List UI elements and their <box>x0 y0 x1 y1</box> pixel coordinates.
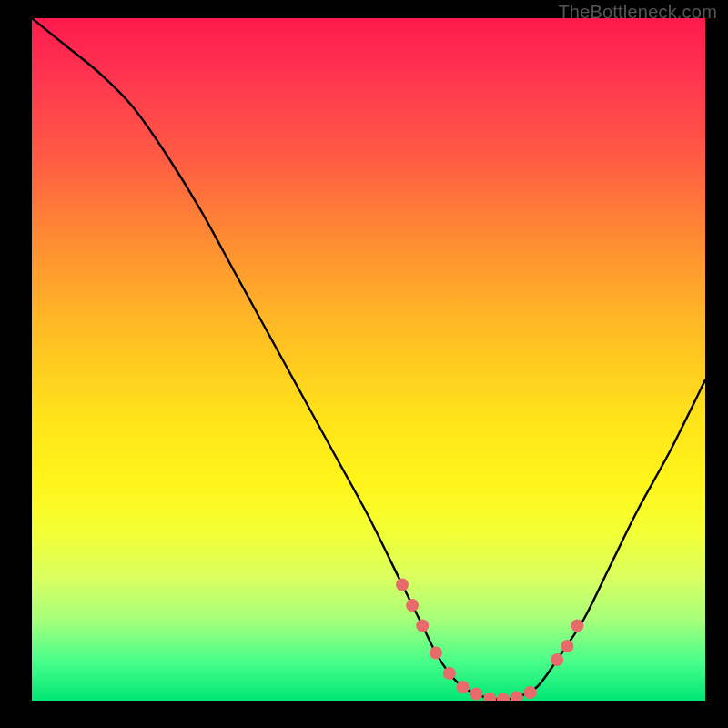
marker-dot <box>430 647 442 660</box>
marker-dot <box>551 653 563 666</box>
marker-dot <box>483 693 496 701</box>
marker-dot <box>571 620 583 632</box>
highlight-markers <box>396 579 583 702</box>
marker-dot <box>524 686 537 699</box>
marker-dot <box>396 579 409 592</box>
bottleneck-curve <box>32 18 705 700</box>
marker-dot <box>511 691 523 701</box>
marker-dot <box>497 693 510 702</box>
marker-dot <box>457 681 470 693</box>
marker-dot <box>443 667 456 680</box>
marker-dot <box>406 599 419 612</box>
marker-dot <box>416 620 429 632</box>
chart-frame: TheBottleneck.com <box>0 0 728 728</box>
plot-area <box>32 18 705 701</box>
curve-layer <box>32 18 705 701</box>
marker-dot <box>470 688 482 701</box>
marker-dot <box>561 640 573 652</box>
